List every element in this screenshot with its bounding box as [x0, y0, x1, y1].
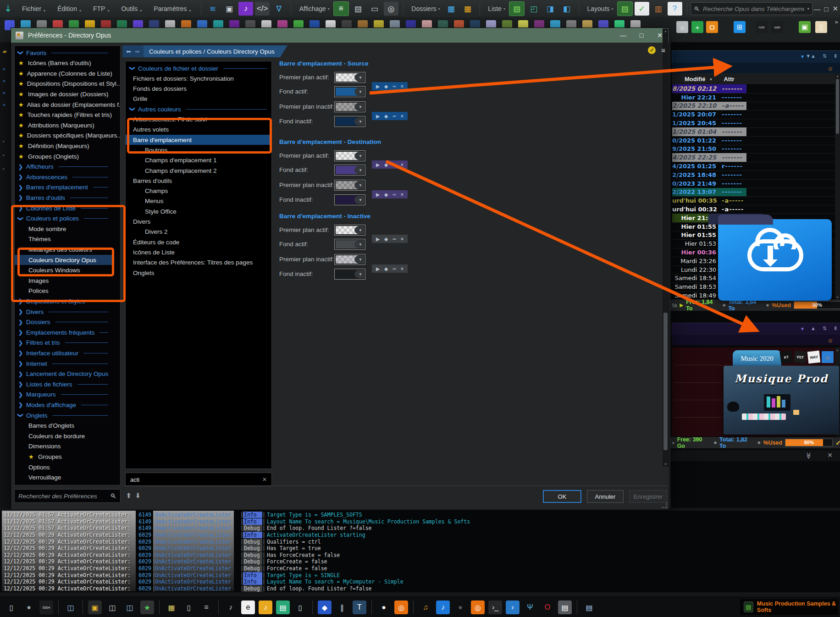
color-dropdown-0-2[interactable]: ▼: [334, 101, 365, 112]
terminal2-icon[interactable]: ›_: [488, 600, 502, 614]
color-dropdown-2-1[interactable]: ▼: [334, 239, 365, 250]
flask-icon[interactable]: ∇: [271, 2, 286, 16]
dual-drive-icon[interactable]: ◫: [64, 600, 77, 614]
sidebar-item-32[interactable]: ❯Listes de fichiers: [15, 379, 112, 389]
sidebar-item-17[interactable]: Mode sombre: [15, 224, 112, 234]
books-button[interactable]: ▥: [651, 2, 666, 16]
color-dropdown-0-0[interactable]: ▼: [334, 72, 365, 83]
tree-item-9[interactable]: Champs d'emplacement 1: [126, 155, 271, 165]
tree-item-12[interactable]: Champs: [126, 186, 271, 196]
file-row-8[interactable]: 4/2025 22:25-------: [672, 153, 836, 162]
color-dropdown-1-1[interactable]: ▼: [334, 165, 365, 176]
sidebar-item-10[interactable]: ★Groupes (Onglets): [15, 151, 112, 161]
dossiers-menu[interactable]: Dossiers: [411, 5, 436, 12]
keyboard-icon[interactable]: ▤: [276, 600, 290, 614]
sidebar-scrollbar[interactable]: ▲ ▼: [663, 28, 669, 467]
file-row-11[interactable]: 0/2023 21:49-------: [672, 179, 836, 188]
resize-grip[interactable]: [662, 502, 667, 508]
color-dropdown-0-1[interactable]: ▼: [334, 86, 365, 97]
color-dropdown-1-3[interactable]: ▼: [334, 194, 365, 205]
dropdown-arrow-icon[interactable]: ▼: [354, 226, 364, 234]
sphere-dark-icon[interactable]: ●: [453, 600, 467, 614]
sidebar-item-11[interactable]: ❯Afficheurs: [15, 162, 112, 172]
tree-item-20[interactable]: Onglets: [126, 268, 271, 278]
downloads-folder-icon[interactable]: [718, 219, 832, 301]
tree-item-0[interactable]: ❯Couleurs de fichier et dossier: [126, 63, 271, 73]
file-row-14[interactable]: urd'hui 00:32-a-----: [672, 205, 836, 214]
target-icon[interactable]: ◎: [394, 600, 408, 614]
folder-star-icon[interactable]: ★: [140, 600, 154, 614]
file-row-7[interactable]: 9/2025 21:50-------: [672, 145, 836, 154]
column-attr[interactable]: Attr: [724, 76, 734, 83]
sidebar-item-2[interactable]: ★Apparence (Colonnes de Liste): [15, 68, 112, 78]
location-dropdown-icon[interactable]: ▼: [800, 54, 805, 59]
dropdown-arrow-icon[interactable]: ▼: [354, 103, 364, 111]
tree-item-11[interactable]: Barres d'outils: [126, 176, 271, 186]
dropdown-arrow-icon[interactable]: ▼: [354, 255, 364, 264]
tree-item-13[interactable]: Menus: [126, 196, 271, 206]
dropdown-arrow-icon[interactable]: ▼: [354, 240, 364, 248]
drive-icon[interactable]: ▯: [5, 600, 18, 614]
sidebar-item-31[interactable]: ❯Lancement de Directory Opus: [15, 369, 112, 379]
save-button[interactable]: Enregistrer: [629, 490, 667, 503]
toolbar2-tool-icon[interactable]: ☼: [676, 21, 688, 33]
sidebar-item-35[interactable]: ❯Onglets: [15, 410, 112, 420]
tree-item-2[interactable]: Fonds des dossiers: [126, 84, 271, 94]
view-details-button[interactable]: ≡: [333, 1, 349, 16]
sidebar-item-29[interactable]: ❯Interface utilisateur: [15, 348, 112, 358]
filter-icon[interactable]: ▼▲: [806, 53, 816, 59]
column-modified[interactable]: Modifié: [685, 76, 706, 83]
sidebar-item-6[interactable]: ★Touches rapides (Filtres et tris): [15, 110, 112, 120]
search-input[interactable]: 🔍︎ Recherche Opus dans Téléchargements ▾: [691, 2, 812, 15]
text-remove-icon[interactable]: T: [353, 600, 366, 614]
sidebar-item-36[interactable]: Barres d'Onglets: [15, 421, 112, 431]
audio-folder-icon[interactable]: ♫: [419, 600, 432, 614]
swatch-toolbar-0-0[interactable]: ▶◆═×: [372, 82, 408, 90]
sidebar-item-23[interactable]: Polices: [15, 286, 112, 296]
sidebar-item-20[interactable]: Couleurs Directory Opus: [15, 255, 112, 265]
menu-3[interactable]: Outils▾: [115, 0, 148, 17]
eject-icon[interactable]: ▲: [811, 325, 816, 331]
layout-list-button[interactable]: ▤: [617, 1, 633, 16]
window-maximize-button[interactable]: □: [822, 5, 831, 13]
list-top-button[interactable]: ◰: [526, 2, 541, 16]
sidebar-item-25[interactable]: ❯Divers: [15, 307, 112, 317]
view-display-button[interactable]: ▭: [367, 2, 382, 16]
view-checkbox-button[interactable]: ▤: [351, 2, 365, 16]
chevron-icon[interactable]: »: [3, 66, 6, 72]
download-arrow-icon[interactable]: ⇣: [5, 4, 11, 14]
ssh-terminal-icon[interactable]: SSH: [39, 600, 53, 614]
location-bar-source[interactable]: ▼ ▼▲ ⇅ ‖: [672, 50, 840, 63]
music-app-icon[interactable]: ♪: [238, 2, 253, 16]
sidebar-item-24[interactable]: ❯Dispositions et Styles: [15, 296, 112, 306]
file-row-10[interactable]: 2/2025 18:48-------: [672, 171, 836, 180]
taskbar-status-button[interactable]: ▤ Music Production Samples & Softs: [740, 599, 838, 615]
swatch-toolbar-0-1[interactable]: ▶◆═×: [372, 112, 408, 120]
notes-error-icon[interactable]: ▤: [582, 600, 596, 614]
tree-item-14[interactable]: Style Office: [126, 206, 271, 216]
tree-item-16[interactable]: Divers 2: [126, 227, 271, 237]
swatch-toolbar-2-1[interactable]: ▶◆═×: [372, 264, 408, 273]
location-bar-dest[interactable]: ▼ ▲ ⇅ ‖: [672, 323, 840, 336]
sidebar-item-7[interactable]: ★Attributions (Marqueurs): [15, 120, 112, 130]
color-dropdown-2-2[interactable]: ▼: [334, 254, 365, 265]
sidebar-search-input[interactable]: Rechercher des Préférences 🔍︎: [14, 489, 121, 503]
browser-icon[interactable]: ▣: [222, 2, 237, 16]
tree-item-6[interactable]: Autres volets: [126, 125, 271, 135]
target2-icon[interactable]: ◎: [471, 600, 485, 614]
close-panel-icon[interactable]: ✕: [827, 452, 833, 459]
file-row-9[interactable]: 4/2025 01:25r------: [672, 162, 836, 171]
folders-tiles-button[interactable]: ▦: [444, 2, 459, 16]
menu-4[interactable]: Paramètres▾: [148, 0, 197, 17]
sidebar-item-34[interactable]: ❯Modes d'affichage: [15, 400, 112, 410]
filter-input[interactable]: acti ✕: [125, 473, 272, 486]
tuning-fork-icon[interactable]: Ψ: [523, 600, 537, 614]
dropdown-arrow-icon[interactable]: ▼: [354, 88, 364, 96]
affichage-menu[interactable]: Affichage: [299, 5, 326, 12]
sidebar-item-38[interactable]: Dimensions: [15, 441, 112, 452]
menu-icon[interactable]: ≡: [661, 46, 665, 54]
sidebar-item-12[interactable]: ❯Arborescences: [15, 172, 112, 182]
chevron-icon[interactable]: »: [3, 102, 6, 107]
ok-button[interactable]: OK: [543, 490, 581, 503]
menu-0[interactable]: Fichier▾: [16, 0, 51, 17]
